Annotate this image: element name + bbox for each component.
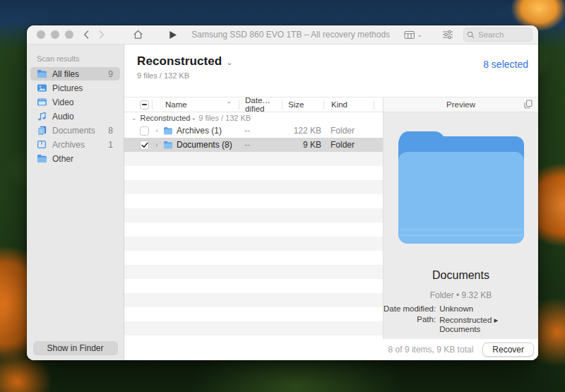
sidebar-item-documents[interactable]: Documents 8 xyxy=(30,124,120,137)
main-area: Scan results All files 9 Pictures xyxy=(27,44,538,360)
detail-value: Unknown xyxy=(439,304,538,313)
sidebar-item-other[interactable]: Other xyxy=(30,152,120,165)
close-button[interactable] xyxy=(37,30,45,39)
back-button[interactable] xyxy=(81,30,92,39)
folder-summary: 9 files / 132 KB xyxy=(137,71,233,80)
forward-button[interactable] xyxy=(96,30,107,39)
preview-file-meta: Folder • 9.32 KB xyxy=(430,290,492,300)
sort-ascending-icon: ⌃ xyxy=(226,101,232,108)
page-title: Reconstructed xyxy=(137,54,222,69)
row-checkbox-checked[interactable] xyxy=(140,141,149,150)
minimize-button[interactable] xyxy=(51,30,59,39)
all-files-icon xyxy=(36,69,47,79)
sidebar-item-all-files[interactable]: All files 9 xyxy=(30,67,120,81)
column-header-kind[interactable]: Kind xyxy=(323,100,374,109)
table-row-documents[interactable]: › Documents (8) -- 9 KB Folder xyxy=(124,138,383,152)
zoom-button[interactable] xyxy=(65,30,73,39)
sidebar-item-archives[interactable]: Archives 1 xyxy=(30,138,120,151)
desktop-wallpaper: Samsung SSD 860 EVO 1TB – All recovery m… xyxy=(0,0,565,392)
selection-count: 8 selected xyxy=(483,54,531,70)
checkmark-icon xyxy=(141,142,148,148)
home-icon xyxy=(133,30,143,40)
chevron-down-icon: ⌄ xyxy=(417,32,422,38)
detail-value: Reconstructed ▸ Documents xyxy=(439,315,538,333)
detach-preview-button[interactable] xyxy=(524,100,533,109)
sidebar-item-label: All files xyxy=(52,69,79,79)
search-field[interactable] xyxy=(463,28,533,42)
show-in-finder-button[interactable]: Show in Finder xyxy=(33,341,118,355)
disclosure-closed-icon[interactable]: › xyxy=(154,127,160,134)
sidebar-item-label: Audio xyxy=(52,112,74,121)
window-controls xyxy=(37,30,73,39)
file-kind: Folder xyxy=(323,140,374,150)
detail-label: Date modified: xyxy=(383,304,436,313)
disclosure-open-icon[interactable]: ⌄ xyxy=(131,114,137,121)
documents-icon xyxy=(36,126,47,136)
column-header-name[interactable]: Name ⌃ xyxy=(152,100,239,109)
table-view-icon xyxy=(404,30,415,40)
sidebar-item-audio[interactable]: Audio xyxy=(30,109,120,123)
file-date: -- xyxy=(239,140,282,150)
group-row-reconstructed[interactable]: ⌄ Reconstructed - 9 files / 132 KB xyxy=(124,112,383,124)
sidebar-item-label: Video xyxy=(52,97,73,107)
sidebar-item-count: 1 xyxy=(108,140,113,150)
big-folder-icon xyxy=(398,131,524,244)
video-icon xyxy=(36,97,47,107)
copy-icon xyxy=(524,100,533,109)
content-body: Name ⌃ Date…dified Size Kind xyxy=(124,97,538,339)
column-header-date-modified[interactable]: Date…dified xyxy=(239,100,282,109)
sidebar-section-title: Scan results xyxy=(27,44,124,67)
file-size: 9 KB xyxy=(282,140,323,150)
recover-button[interactable]: Recover xyxy=(482,343,534,357)
table-header: Name ⌃ Date…dified Size Kind xyxy=(124,97,383,112)
folder-title-dropdown[interactable]: Reconstructed ⌄ xyxy=(137,54,233,69)
table-body: ⌄ Reconstructed - 9 files / 132 KB › Arc… xyxy=(124,112,383,339)
other-folder-icon xyxy=(36,154,47,164)
sidebar-item-video[interactable]: Video xyxy=(30,95,120,109)
view-options-button[interactable]: ⌄ xyxy=(401,30,425,40)
app-window: Samsung SSD 860 EVO 1TB – All recovery m… xyxy=(27,25,538,360)
status-text: 8 of 9 items, 9 KB total xyxy=(388,345,474,355)
sidebar-item-label: Documents xyxy=(52,126,95,136)
audio-icon xyxy=(36,112,47,121)
indeterminate-icon xyxy=(142,104,147,105)
toolbar: Samsung SSD 860 EVO 1TB – All recovery m… xyxy=(27,25,538,44)
preview-details: Date modified: Unknown Path: Reconstruct… xyxy=(383,304,538,333)
file-size: 122 KB xyxy=(282,126,323,136)
play-icon xyxy=(169,30,177,40)
home-button[interactable] xyxy=(130,30,146,40)
sidebar-spacer xyxy=(27,166,124,341)
column-header-size[interactable]: Size xyxy=(282,100,323,109)
sliders-icon xyxy=(442,30,453,40)
resume-recovery-button[interactable] xyxy=(166,30,180,40)
search-icon xyxy=(467,31,475,39)
pictures-icon xyxy=(36,83,47,93)
preview-file-name: Documents xyxy=(432,269,489,282)
folder-icon xyxy=(163,126,173,135)
row-checkbox[interactable] xyxy=(140,126,149,136)
chevron-down-icon: ⌄ xyxy=(226,58,232,67)
empty-rows-stripes xyxy=(124,152,383,339)
detail-label: Path: xyxy=(383,315,436,333)
sidebar-item-pictures[interactable]: Pictures xyxy=(30,81,120,95)
archives-icon xyxy=(36,140,47,150)
sidebar-item-label: Pictures xyxy=(52,83,83,93)
footer-bar: 8 of 9 items, 9 KB total Recover xyxy=(124,339,538,360)
select-all-checkbox[interactable] xyxy=(140,100,149,109)
window-title: Samsung SSD 860 EVO 1TB – All recovery m… xyxy=(184,30,397,40)
folder-icon xyxy=(163,141,173,149)
preview-body: Documents Folder • 9.32 KB Date modified… xyxy=(383,112,538,339)
content-column: Reconstructed ⌄ 9 files / 132 KB 8 selec… xyxy=(124,44,538,360)
file-name: Archives (1) xyxy=(177,126,222,136)
table-row-archives[interactable]: › Archives (1) -- 122 KB Folder xyxy=(124,124,383,138)
filter-button[interactable] xyxy=(439,30,456,40)
file-list: Name ⌃ Date…dified Size Kind xyxy=(124,97,383,339)
content-header: Reconstructed ⌄ 9 files / 132 KB 8 selec… xyxy=(124,44,538,97)
file-kind: Folder xyxy=(323,126,374,136)
sidebar-item-count: 8 xyxy=(108,126,113,136)
sidebar-item-count: 9 xyxy=(108,69,113,79)
search-input[interactable] xyxy=(477,30,522,40)
preview-pane: Preview xyxy=(383,97,538,339)
file-name: Documents (8) xyxy=(177,140,232,150)
disclosure-closed-icon[interactable]: › xyxy=(154,141,160,148)
